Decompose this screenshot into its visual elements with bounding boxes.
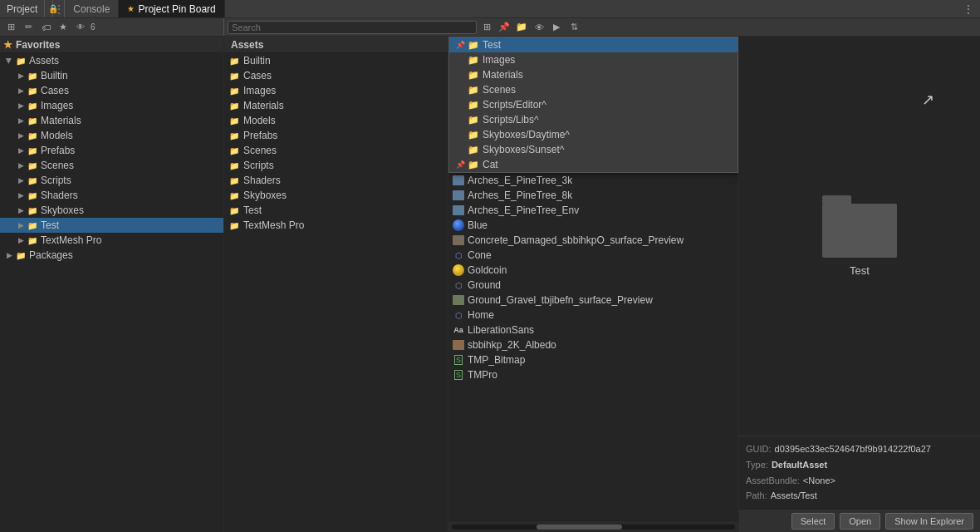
tree-item-shaders[interactable]: ▶ 📁 Shaders (0, 188, 223, 203)
folder-icon-images: 📁 (27, 100, 38, 111)
folder-icon-prefabs: 📁 (27, 145, 38, 156)
tree-item-prefabs[interactable]: ▶ 📁 Prefabs (0, 143, 223, 158)
arrow-images: ▶ (15, 101, 27, 110)
list-item-scenes[interactable]: 📁 Scenes (224, 143, 448, 158)
list-item-cases[interactable]: 📁 Cases (224, 68, 448, 83)
tree-item-skyboxes[interactable]: ▶ 📁 Skyboxes (0, 203, 223, 218)
folder-icon: 📁 (228, 175, 241, 186)
list-item-images[interactable]: 📁 Images (224, 83, 448, 98)
list-item-textmeshpro[interactable]: 📁 TextMesh Pro (224, 218, 448, 233)
toolbar-btn-sort[interactable]: ⇅ (566, 20, 581, 35)
project-tab[interactable]: Project (0, 0, 45, 17)
toolbar-btn-edit[interactable]: ✏ (21, 20, 36, 35)
favorites-header: ★ Favorites (0, 37, 223, 53)
dropdown-item-materials[interactable]: 📁 Materials (449, 67, 737, 82)
cursor-indicator: ↗ (922, 91, 934, 109)
file-item-concrete[interactable]: Concrete_Damaged_sbbihkpO_surface_Previe… (448, 233, 738, 248)
tree-item-images[interactable]: ▶ 📁 Images (0, 98, 223, 113)
file-item-arches-3k[interactable]: Arches_E_PineTree_3k (448, 173, 738, 188)
tree-item-packages[interactable]: ▶ 📁 Packages (0, 248, 223, 263)
open-button[interactable]: Open (840, 513, 880, 530)
tree-label-textmesh: TextMesh Pro (41, 234, 101, 246)
dropdown-item-scripts-libs[interactable]: 📁 Scripts/Libs^ (449, 112, 737, 127)
tab-project-pin-board[interactable]: ★ Project Pin Board (119, 0, 224, 17)
file-item-goldcoin[interactable]: Goldcoin (448, 263, 738, 278)
top-bar: Project 🔒 ⋮ Console ★ Project Pin Board … (0, 0, 980, 18)
file-item-liberation-sans[interactable]: Aa LiberationSans (448, 323, 738, 337)
list-label: TextMesh Pro (243, 219, 304, 231)
dropdown-item-skyboxes-daytime[interactable]: 📁 Skyboxes/Daytime^ (449, 127, 737, 142)
folder-icon-textmesh: 📁 (27, 234, 38, 246)
list-item-test[interactable]: 📁 Test (224, 203, 448, 218)
toolbar-btn-eye2[interactable]: 👁 (532, 20, 546, 35)
file-item-sbbihkp[interactable]: sbbihkp_2K_Albedo (448, 337, 738, 352)
horizontal-scrollbar[interactable] (448, 520, 738, 532)
pin-icon: 📌 (456, 41, 464, 49)
tree-item-scenes[interactable]: ▶ 📁 Scenes (0, 158, 223, 173)
tabs: Console ★ Project Pin Board (65, 0, 224, 17)
select-button[interactable]: Select (791, 513, 835, 530)
top-menu-icon[interactable]: ⋮ (957, 3, 980, 15)
dropdown-item-test[interactable]: 📌 📁 Test (449, 37, 737, 52)
tree-item-builtin[interactable]: ▶ 📁 Builtin (0, 68, 223, 83)
toolbar-btn-folder[interactable]: 📁 (514, 20, 529, 35)
favorites-label: Favorites (16, 39, 60, 51)
mesh-icon: ⬡ (452, 279, 465, 291)
folder-icon: 📁 (228, 100, 241, 111)
list-label: Test (243, 204, 262, 216)
list-item-prefabs[interactable]: 📁 Prefabs (224, 128, 448, 143)
dropdown-item-scenes[interactable]: 📁 Scenes (449, 82, 737, 97)
toolbar-btn-star[interactable]: ★ (56, 20, 71, 35)
tree-item-scripts[interactable]: ▶ 📁 Scripts (0, 173, 223, 188)
tree-item-textmesh-pro[interactable]: ▶ 📁 TextMesh Pro (0, 233, 223, 248)
dropdown-item-cat[interactable]: 📌 📁 Cat (449, 157, 737, 172)
file-item-arches-8k[interactable]: Arches_E_PineTree_8k (448, 188, 738, 203)
arrow-scripts: ▶ (15, 176, 27, 185)
file-item-blue[interactable]: Blue (448, 218, 738, 233)
search-input[interactable] (228, 21, 477, 34)
tree-item-materials[interactable]: ▶ 📁 Materials (0, 113, 223, 128)
tree-item-test[interactable]: ▶ 📁 Test (0, 218, 223, 233)
menu-dots-icon[interactable]: ⋮ (54, 3, 64, 15)
file-item-home[interactable]: ⬡ Home (448, 308, 738, 323)
dropdown-folder-icon-skyboxes-daytime: 📁 (468, 130, 479, 140)
scrollbar-track[interactable] (452, 525, 735, 530)
list-item-models[interactable]: 📁 Models (224, 113, 448, 128)
list-item-materials[interactable]: 📁 Materials (224, 98, 448, 113)
mesh-icon: ⬡ (452, 309, 465, 321)
file-label: Blue (468, 219, 488, 231)
tree-item-cases[interactable]: ▶ 📁 Cases (0, 83, 223, 98)
show-explorer-button[interactable]: Show In Explorer (885, 513, 973, 530)
tree-item-assets[interactable]: ▶ 📁 Assets (0, 53, 223, 68)
dropdown-folder-icon-materials: 📁 (468, 70, 479, 81)
arrow-textmesh: ▶ (15, 236, 27, 244)
toolbar-btn-pin[interactable]: 📌 (497, 20, 512, 35)
guid-val: d0395ec33ec524647bf9b914222f0a27 (775, 441, 931, 457)
toolbar-btn-play[interactable]: ▶ (549, 20, 564, 35)
toolbar-btn-eye[interactable]: 👁 (73, 20, 88, 35)
toolbar-btn-view1[interactable]: ⊞ (479, 20, 494, 35)
scrollbar-thumb[interactable] (537, 525, 621, 530)
file-item-cone[interactable]: ⬡ Cone (448, 248, 738, 263)
list-item-scripts[interactable]: 📁 Scripts (224, 158, 448, 173)
file-item-ground-gravel[interactable]: Ground_Gravel_tbjibefn_surface_Preview (448, 293, 738, 308)
folder-icon: 📁 (228, 204, 241, 216)
tree-label-materials: Materials (41, 115, 81, 126)
dropdown-item-images[interactable]: 📁 Images (449, 52, 737, 67)
file-label: TMPro (468, 369, 497, 381)
tab-console[interactable]: Console (65, 0, 119, 17)
list-item-shaders[interactable]: 📁 Shaders (224, 173, 448, 188)
toolbar-btn-grid[interactable]: ⊞ (3, 20, 18, 35)
file-item-ground[interactable]: ⬡ Ground (448, 278, 738, 293)
list-item-skyboxes[interactable]: 📁 Skyboxes (224, 188, 448, 203)
dropdown-item-scripts-editor[interactable]: 📁 Scripts/Editor^ (449, 97, 737, 112)
tree-item-models[interactable]: ▶ 📁 Models (0, 128, 223, 143)
file-item-arches-env[interactable]: Arches_E_PineTree_Env (448, 203, 738, 218)
dropdown-item-skyboxes-sunset[interactable]: 📁 Skyboxes/Sunset^ (449, 142, 737, 157)
list-item-builtin[interactable]: 📁 Builtin (224, 53, 448, 68)
center-panel: 📌 📁 Test 📁 Images 📁 Materials 📁 Scenes (448, 37, 739, 532)
folder-icon-models: 📁 (27, 130, 38, 141)
file-item-tmp-bitmap[interactable]: S TMP_Bitmap (448, 352, 738, 367)
toolbar-btn-tag[interactable]: 🏷 (38, 20, 53, 35)
file-item-tmpro[interactable]: S TMPro (448, 367, 738, 382)
